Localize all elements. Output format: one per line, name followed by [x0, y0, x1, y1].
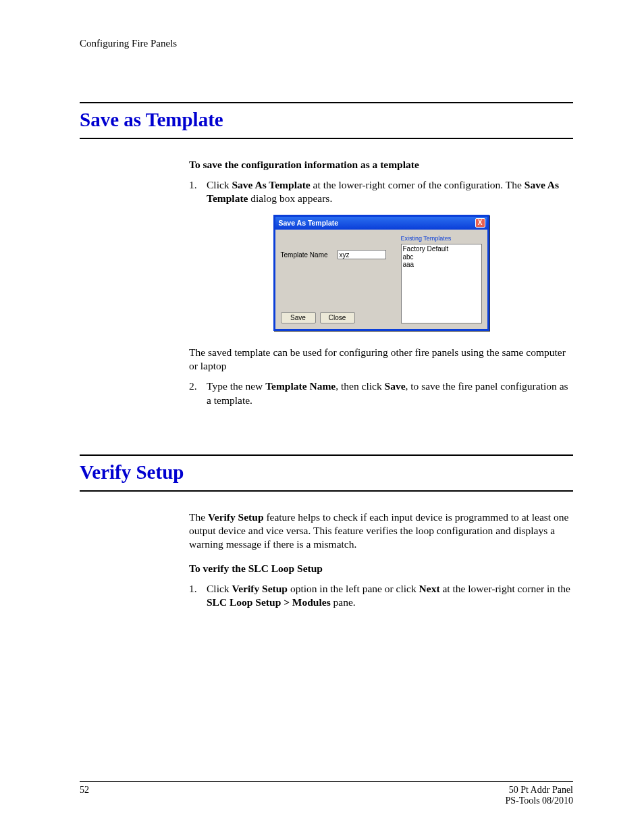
footer-product: 50 Pt Addr Panel	[509, 785, 573, 795]
step-1: 1. Click Verify Setup option in the left…	[189, 582, 573, 609]
rule	[80, 490, 573, 492]
page-footer: 52 50 Pt Addr Panel PS-Tools 08/2010	[80, 781, 573, 806]
step-number: 1.	[189, 178, 207, 205]
rule	[80, 102, 573, 103]
step-number: 2.	[189, 380, 207, 407]
section-title: Save as Template	[80, 107, 573, 132]
rule	[80, 454, 573, 456]
list-item[interactable]: abc	[403, 253, 480, 261]
step-text: Click Verify Setup option in the left pa…	[207, 582, 573, 609]
step-2: 2. Type the new Template Name, then clic…	[189, 380, 573, 407]
save-button[interactable]: Save	[281, 312, 316, 323]
list-item[interactable]: Factory Default	[403, 245, 480, 253]
section-title: Verify Setup	[80, 460, 573, 485]
section-save-as-template: Save as Template To save the configurati…	[80, 102, 573, 407]
save-as-template-dialog: Save As Template X Template Name Save Cl…	[273, 215, 489, 331]
step-text: Type the new Template Name, then click S…	[207, 380, 573, 407]
dialog-titlebar: Save As Template X	[275, 217, 487, 230]
intro-heading: To save the configuration information as…	[189, 158, 573, 172]
template-name-input[interactable]	[338, 250, 386, 259]
template-name-label: Template Name	[281, 251, 328, 259]
list-item[interactable]: aaa	[403, 261, 480, 269]
paragraph: The Verify Setup feature helps to check …	[189, 511, 573, 551]
close-button[interactable]: Close	[320, 312, 355, 323]
close-icon[interactable]: X	[475, 218, 485, 228]
existing-templates-list[interactable]: Factory Default abc aaa	[401, 244, 482, 323]
page-number: 52	[80, 785, 89, 806]
page-header: Configuring Fire Panels	[80, 38, 573, 49]
note-text: The saved template can be used for confi…	[189, 346, 573, 373]
sub-heading: To verify the SLC Loop Setup	[189, 562, 573, 575]
step-1: 1. Click Save As Template at the lower-r…	[189, 178, 573, 205]
rule	[80, 781, 573, 782]
dialog-title: Save As Template	[279, 219, 339, 228]
step-number: 1.	[189, 582, 207, 609]
footer-date: PS-Tools 08/2010	[505, 796, 573, 806]
step-text: Click Save As Template at the lower-righ…	[207, 178, 573, 205]
section-verify-setup: Verify Setup The Verify Setup feature he…	[80, 454, 573, 610]
existing-templates-label: Existing Templates	[401, 235, 482, 243]
rule	[80, 138, 573, 139]
